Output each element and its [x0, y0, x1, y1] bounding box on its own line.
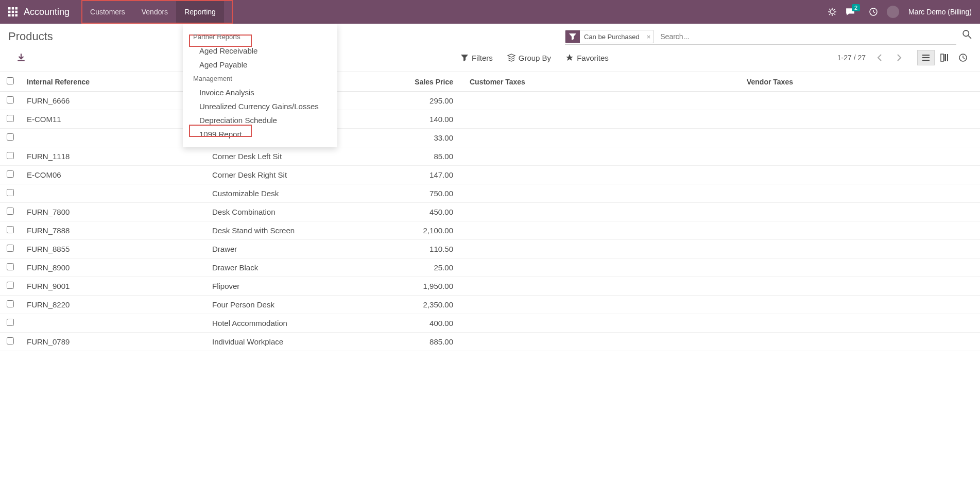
table-row[interactable]: FURN_1118Corner Desk Left Sit85.00 — [0, 147, 980, 166]
search-input[interactable] — [658, 30, 956, 43]
groupby-button[interactable]: Group By — [507, 54, 551, 62]
row-checkbox[interactable] — [7, 226, 14, 233]
activity-icon[interactable] — [869, 8, 878, 16]
topbar-right: 2 Marc Demo (Billing) — [828, 6, 972, 18]
svg-rect-8 — [15, 14, 18, 17]
cell-vtax — [741, 221, 980, 240]
row-checkbox[interactable] — [7, 115, 14, 122]
cell-ctax — [463, 203, 741, 221]
svg-rect-26 — [941, 54, 943, 61]
cell-ctax — [463, 296, 741, 314]
svg-rect-3 — [8, 11, 11, 13]
menu-customers[interactable]: Customers — [82, 0, 133, 24]
svg-rect-4 — [12, 11, 14, 13]
row-checkbox[interactable] — [7, 96, 14, 104]
table-row[interactable]: FURN_9001Flipover1,950.00 — [0, 277, 980, 296]
row-checkbox[interactable] — [7, 300, 14, 307]
table-row[interactable]: FURN_8855Drawer110.50 — [0, 240, 980, 258]
dropdown-section-management: Management — [183, 72, 337, 85]
dropdown-item-invoice-analysis[interactable]: Invoice Analysis — [183, 85, 337, 99]
view-activity-button[interactable] — [954, 50, 972, 65]
cell-price: 33.00 — [391, 129, 463, 147]
apps-icon[interactable] — [8, 7, 18, 16]
svg-line-22 — [968, 36, 971, 39]
app-brand[interactable]: Accounting — [24, 7, 70, 18]
layers-icon — [507, 54, 515, 62]
table-row[interactable]: Customizable Desk750.00 — [0, 184, 980, 203]
row-checkbox[interactable] — [7, 133, 14, 141]
debug-icon[interactable] — [828, 8, 836, 16]
row-checkbox[interactable] — [7, 152, 14, 159]
dropdown-item-unrealized-currency[interactable]: Unrealized Currency Gains/Losses — [183, 99, 337, 113]
col-internal-reference[interactable]: Internal Reference — [21, 72, 206, 92]
avatar[interactable] — [887, 6, 899, 18]
cell-price: 295.00 — [391, 92, 463, 110]
row-checkbox[interactable] — [7, 170, 14, 178]
view-kanban-button[interactable] — [936, 50, 953, 65]
cell-ctax — [463, 166, 741, 184]
table-row[interactable]: E-COM06Corner Desk Right Sit147.00 — [0, 166, 980, 184]
cell-price: 2,100.00 — [391, 221, 463, 240]
table-row[interactable]: 33.00 — [0, 129, 980, 147]
col-vendor-taxes[interactable]: Vendor Taxes — [741, 72, 980, 92]
svg-point-9 — [830, 10, 834, 14]
table-row[interactable]: FURN_6666295.00 — [0, 92, 980, 110]
row-checkbox[interactable] — [7, 208, 14, 215]
svg-line-14 — [829, 9, 830, 10]
cell-vtax — [741, 333, 980, 351]
toolbar-row: Filters Group By Favorites 1-27 / 27 — [0, 45, 980, 72]
row-checkbox[interactable] — [7, 245, 14, 252]
username[interactable]: Marc Demo (Billing) — [908, 8, 972, 16]
table-row[interactable]: FURN_8900Drawer Black25.00 — [0, 258, 980, 277]
cell-price: 1,950.00 — [391, 277, 463, 296]
table-row[interactable]: FURN_0789Individual Workplace885.00 — [0, 333, 980, 351]
dropdown-item-depreciation-schedule[interactable]: Depreciation Schedule — [183, 113, 337, 127]
pager[interactable]: 1-27 / 27 — [837, 54, 866, 62]
cell-ctax — [463, 92, 741, 110]
cell-ctax — [463, 221, 741, 240]
svg-rect-27 — [944, 54, 946, 61]
cell-price: 450.00 — [391, 203, 463, 221]
cell-ctax — [463, 258, 741, 277]
pager-prev[interactable] — [874, 54, 886, 62]
svg-line-31 — [963, 58, 965, 59]
row-checkbox[interactable] — [7, 263, 14, 270]
cell-name: Corner Desk Right Sit — [206, 166, 391, 184]
dropdown-item-aged-payable[interactable]: Aged Payable — [183, 58, 337, 72]
col-sales-price[interactable]: Sales Price — [391, 72, 463, 92]
row-checkbox[interactable] — [7, 337, 14, 344]
cell-ctax — [463, 240, 741, 258]
search-facet-remove[interactable]: × — [644, 33, 654, 41]
dropdown-item-1099-report[interactable]: 1099 Report — [183, 127, 337, 141]
menu-label: Reporting — [184, 8, 216, 16]
favorites-label: Favorites — [577, 54, 609, 62]
search-icon[interactable] — [962, 30, 972, 39]
filter-icon — [565, 30, 580, 43]
table-row[interactable]: E-COM11140.00 — [0, 110, 980, 129]
row-checkbox[interactable] — [7, 282, 14, 289]
view-list-button[interactable] — [917, 50, 935, 65]
table-row[interactable]: FURN_7888Desk Stand with Screen2,100.00 — [0, 221, 980, 240]
menu-vendors[interactable]: Vendors — [133, 0, 176, 24]
dropdown-item-aged-receivable[interactable]: Aged Receivable — [183, 44, 337, 58]
select-all-checkbox[interactable] — [7, 77, 14, 84]
menu-reporting[interactable]: Reporting — [176, 0, 224, 24]
cell-ref: FURN_7800 — [21, 203, 206, 221]
table-row[interactable]: FURN_8220Four Person Desk2,350.00 — [0, 296, 980, 314]
table-row[interactable]: FURN_7800Desk Combination450.00 — [0, 203, 980, 221]
svg-rect-1 — [12, 7, 14, 10]
messages-icon[interactable]: 2 — [846, 7, 860, 16]
favorites-button[interactable]: Favorites — [565, 54, 609, 62]
cell-vtax — [741, 314, 980, 333]
table-row[interactable]: Hotel Accommodation400.00 — [0, 314, 980, 333]
filters-button[interactable]: Filters — [460, 54, 493, 62]
pager-next[interactable] — [892, 54, 905, 62]
cell-vtax — [741, 240, 980, 258]
row-checkbox[interactable] — [7, 189, 14, 196]
row-checkbox[interactable] — [7, 319, 14, 326]
svg-rect-6 — [8, 14, 11, 17]
main-menu: Customers Vendors Reporting — [82, 0, 224, 24]
export-icon[interactable] — [16, 53, 26, 62]
col-customer-taxes[interactable]: Customer Taxes — [463, 72, 741, 92]
cell-vtax — [741, 147, 980, 166]
